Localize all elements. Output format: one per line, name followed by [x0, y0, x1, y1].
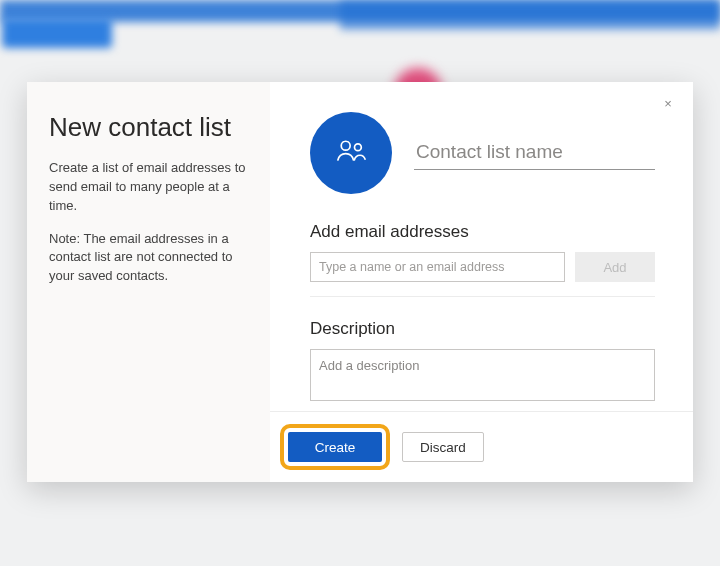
- add-email-heading: Add email addresses: [310, 222, 655, 242]
- dialog-info-pane: New contact list Create a list of email …: [27, 82, 270, 482]
- people-icon: [334, 134, 368, 172]
- svg-point-1: [355, 144, 362, 151]
- add-email-row: Add: [310, 252, 655, 282]
- description-input[interactable]: [310, 349, 655, 401]
- new-contact-list-dialog: New contact list Create a list of email …: [27, 82, 693, 482]
- add-email-button[interactable]: Add: [575, 252, 655, 282]
- close-icon: ×: [664, 97, 672, 110]
- dialog-footer: Create Discard: [270, 411, 693, 482]
- dialog-note-text: Note: The email addresses in a contact l…: [49, 230, 248, 287]
- tutorial-highlight-ring: Create: [280, 424, 390, 470]
- dialog-title: New contact list: [49, 112, 248, 143]
- description-heading: Description: [310, 319, 655, 339]
- svg-point-0: [341, 141, 350, 150]
- discard-button[interactable]: Discard: [402, 432, 484, 462]
- create-button[interactable]: Create: [288, 432, 382, 462]
- close-button[interactable]: ×: [659, 94, 677, 112]
- contact-list-avatar: [310, 112, 392, 194]
- email-address-input[interactable]: [310, 252, 565, 282]
- dialog-form-pane: × Add email addresses: [270, 82, 693, 482]
- dialog-intro-text: Create a list of email addresses to send…: [49, 159, 248, 216]
- section-divider: [310, 296, 655, 297]
- header-row: [310, 112, 655, 194]
- contact-list-name-input[interactable]: [414, 137, 655, 170]
